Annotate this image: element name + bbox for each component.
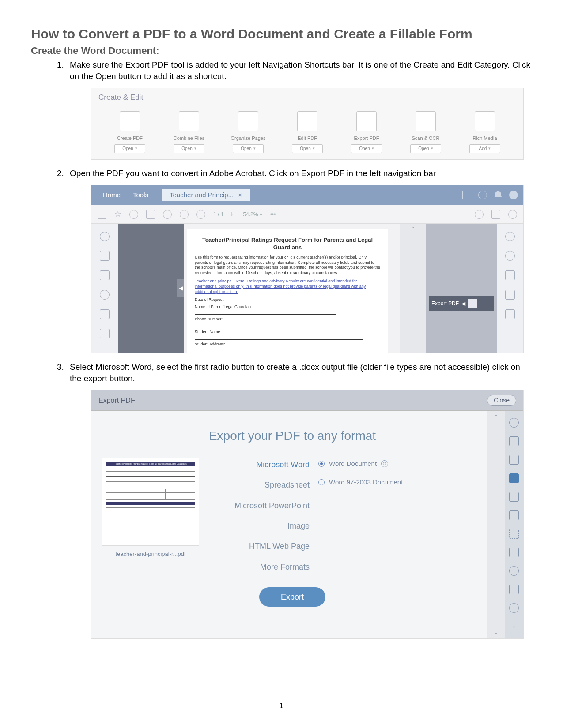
- ss1-panel-title: Create & Edit: [91, 88, 523, 105]
- cloud-icon[interactable]: [129, 210, 138, 219]
- open-button[interactable]: Open▾: [174, 144, 204, 153]
- overflow-icon[interactable]: •••: [270, 211, 276, 218]
- tool-edit-pdf[interactable]: Edit PDF Open▾: [279, 111, 336, 153]
- step-3: Select Microsoft Word, select the first …: [66, 361, 532, 639]
- more-icon[interactable]: [508, 210, 517, 219]
- account-icon[interactable]: [509, 191, 518, 199]
- tool-label: Rich Media: [456, 135, 514, 142]
- selection-icon[interactable]: ⟀: [231, 210, 235, 218]
- save-cloud-icon[interactable]: [462, 191, 471, 199]
- scrollbar[interactable]: ⌃⌄: [487, 411, 505, 638]
- notifications-icon[interactable]: [494, 191, 502, 199]
- tool-scan-ocr[interactable]: Scan & OCR Open▾: [397, 111, 454, 153]
- sign-icon[interactable]: [509, 566, 519, 576]
- page-title: How to Convert a PDF to a Word Document …: [31, 26, 532, 41]
- field-phone: Phone Number:: [195, 316, 380, 327]
- section-heading: Create the Word Document:: [31, 45, 532, 56]
- bookmarks-icon[interactable]: [100, 251, 110, 261]
- sidebar-icon[interactable]: [98, 210, 106, 219]
- export-pdf-icon[interactable]: [505, 290, 515, 300]
- format-more[interactable]: More Formats: [208, 562, 310, 572]
- tool-rich-media[interactable]: Rich Media Add▾: [456, 111, 514, 153]
- tool-create-pdf[interactable]: Create PDF Open▾: [101, 111, 159, 153]
- print-icon[interactable]: [146, 210, 155, 219]
- more-tools-icon[interactable]: [509, 603, 519, 613]
- format-spreadsheet[interactable]: Spreadsheet: [208, 480, 310, 490]
- tab-home[interactable]: Home: [97, 189, 127, 201]
- tool-label: Edit PDF: [279, 135, 336, 142]
- tags-icon[interactable]: [100, 270, 110, 280]
- share-icon[interactable]: [491, 210, 500, 219]
- create-pdf-icon: [120, 111, 140, 131]
- thumbnails-icon[interactable]: [100, 232, 110, 241]
- help-icon[interactable]: [478, 191, 487, 199]
- tool-organize-pages[interactable]: Organize Pages Open▾: [219, 111, 277, 153]
- close-button[interactable]: Close: [487, 395, 516, 406]
- edit-pdf-icon[interactable]: [509, 455, 519, 465]
- zoom-in-icon[interactable]: [196, 210, 205, 219]
- signature-icon[interactable]: [475, 210, 484, 219]
- step-2-text: Open the PDF you want to convert in Adob…: [70, 169, 436, 178]
- create-pdf-icon[interactable]: [505, 270, 515, 280]
- redact-icon[interactable]: [509, 529, 519, 539]
- radio-icon: [318, 461, 325, 467]
- chevron-down-icon[interactable]: ⌄: [509, 622, 519, 631]
- scrollbar[interactable]: ⌃: [400, 224, 426, 353]
- zoom-out-icon[interactable]: [180, 210, 189, 219]
- radio-docx[interactable]: Word Document: [318, 459, 429, 468]
- zoom-display[interactable]: 54.2% ▾: [243, 211, 262, 218]
- open-button[interactable]: Open▾: [233, 144, 264, 153]
- format-html[interactable]: HTML Web Page: [208, 541, 310, 552]
- export-pdf-icon[interactable]: [509, 473, 519, 483]
- protect-icon[interactable]: [509, 548, 519, 557]
- tab-tools[interactable]: Tools: [127, 189, 155, 201]
- page-number: 1: [280, 702, 283, 710]
- export-pdf-shortcut[interactable]: Export PDF ◀: [429, 296, 494, 311]
- format-word[interactable]: Microsoft Word: [208, 459, 310, 470]
- open-button[interactable]: Open▾: [114, 144, 145, 153]
- step-1: Make sure the Export PDF tool is added t…: [66, 59, 532, 160]
- tool-label: Organize Pages: [219, 135, 277, 142]
- organize-icon[interactable]: [509, 510, 519, 520]
- chevron-down-icon: ▾: [135, 146, 137, 152]
- rich-media-icon: [475, 111, 495, 131]
- edit-tool-icon[interactable]: [505, 309, 515, 319]
- add-button[interactable]: Add▾: [469, 144, 500, 153]
- doc-heading: Teacher/Principal Ratings Request Form f…: [195, 236, 380, 251]
- compress-icon[interactable]: [509, 585, 519, 594]
- comment-icon[interactable]: [509, 492, 519, 502]
- open-button[interactable]: Open▾: [351, 144, 382, 153]
- doc-notice: Teacher and principal Overall Ratings an…: [195, 278, 380, 294]
- attachments-icon[interactable]: [100, 290, 110, 300]
- tool-export-pdf[interactable]: Export PDF Open▾: [338, 111, 395, 153]
- close-icon[interactable]: ×: [238, 191, 242, 199]
- content-icon[interactable]: [100, 329, 110, 338]
- format-image[interactable]: Image: [208, 521, 310, 531]
- search-icon[interactable]: [163, 210, 172, 219]
- collapse-nav-icon[interactable]: ◀: [177, 279, 184, 297]
- doc-intro: Use this form to request rating informat…: [195, 255, 380, 276]
- format-powerpoint[interactable]: Microsoft PowerPoint: [208, 500, 310, 511]
- star-icon[interactable]: ☆: [114, 209, 121, 219]
- tab-document[interactable]: Teacher and Princip... ×: [162, 189, 250, 201]
- tool-combine-files[interactable]: Combine Files Open▾: [160, 111, 218, 153]
- radio-doc[interactable]: Word 97-2003 Document: [318, 478, 429, 487]
- chevron-down-icon: ▾: [488, 146, 491, 152]
- info-icon[interactable]: [509, 418, 519, 428]
- export-heading: Export your PDF to any format: [102, 428, 483, 444]
- info-icon[interactable]: [505, 251, 515, 261]
- export-button[interactable]: Export: [259, 587, 325, 607]
- screenshot-acrobat: Home Tools Teacher and Princip... × ☆: [91, 185, 524, 353]
- gear-icon[interactable]: [381, 460, 388, 467]
- field-date: Date of Request:: [195, 297, 380, 302]
- layers-icon[interactable]: [100, 309, 110, 319]
- field-student: Student Name:: [195, 329, 380, 340]
- search-tool-icon[interactable]: [505, 232, 515, 241]
- create-pdf-icon[interactable]: [509, 436, 519, 446]
- page-indicator[interactable]: 1 / 1: [213, 211, 223, 218]
- file-thumbnail[interactable]: Teacher/Principal Ratings Request Form f…: [102, 458, 199, 546]
- open-button[interactable]: Open▾: [410, 144, 441, 153]
- tool-label: Export PDF: [338, 135, 395, 142]
- nav-pane: ◀: [118, 224, 184, 353]
- open-button[interactable]: Open▾: [292, 144, 323, 153]
